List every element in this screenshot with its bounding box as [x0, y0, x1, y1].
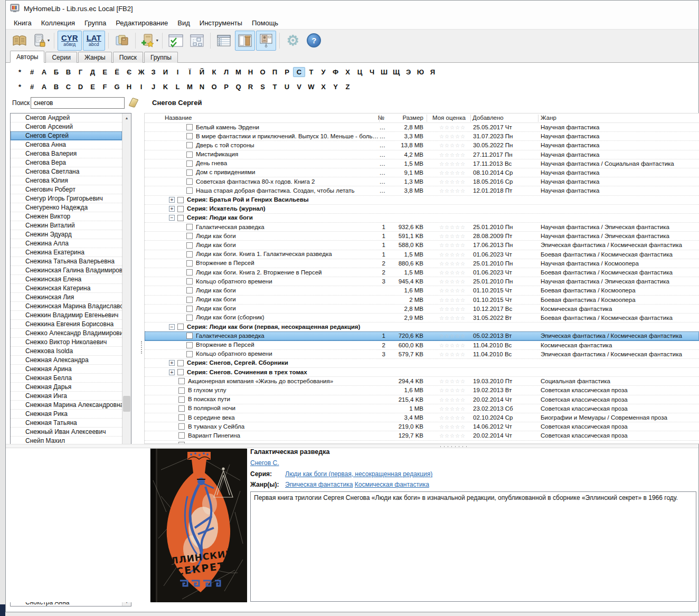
book-row[interactable]: Кольцо обратного времени3945,4 KB☆☆☆☆☆25…: [145, 277, 699, 286]
series-row[interactable]: −Серия: Люди как боги (первая, несокраще…: [145, 323, 699, 331]
series-row[interactable]: +Серия: Братья Рой и Генрих Васильевы: [145, 196, 699, 205]
book-row[interactable]: В середине века3,4 MB☆☆☆☆☆02.10.2024 СрБ…: [145, 413, 699, 422]
book-row[interactable]: Советская фантастика 80-х годов. Книга 2…: [145, 177, 699, 186]
row-checkbox[interactable]: [186, 160, 193, 167]
alphabet-letter[interactable]: Q: [232, 82, 244, 92]
detail-author-link[interactable]: Снегов С.: [250, 459, 279, 467]
dropdown-arrow-icon[interactable]: ▾: [156, 38, 158, 43]
tab-item[interactable]: Группы: [144, 52, 178, 63]
alphabet-letter[interactable]: Э: [402, 67, 414, 77]
book-row[interactable]: Вариант Пинегина129,7 KB☆☆☆☆☆20.02.2014 …: [145, 431, 699, 440]
row-checkbox[interactable]: [177, 369, 184, 375]
rating-stars[interactable]: ☆☆☆☆☆: [432, 314, 473, 323]
vertical-splitter[interactable]: [141, 341, 143, 354]
rating-stars[interactable]: ☆☆☆☆☆: [432, 241, 473, 250]
alphabet-letter[interactable]: V: [293, 82, 305, 92]
row-checkbox[interactable]: [178, 396, 185, 403]
author-row[interactable]: Снежко Александр Владимирович: [11, 329, 122, 338]
row-checkbox[interactable]: [178, 423, 185, 430]
row-checkbox[interactable]: [178, 414, 185, 421]
rating-stars[interactable]: ☆☆☆☆☆: [432, 250, 473, 259]
author-row[interactable]: Снежинская Галина Владимировна: [11, 266, 122, 275]
row-checkbox[interactable]: [186, 242, 193, 249]
table-view-button[interactable]: [214, 31, 234, 51]
series-row[interactable]: +Серия: Снегов, Сергей. Сборники: [145, 359, 699, 368]
author-row[interactable]: Снежная Белла: [11, 374, 122, 383]
book-row[interactable]: Мистификация…4,2 MB☆☆☆☆☆27.11.2017 ПнНау…: [145, 150, 699, 159]
row-checkbox[interactable]: [186, 315, 193, 321]
row-checkbox[interactable]: [178, 378, 185, 384]
row-checkbox[interactable]: [186, 287, 193, 293]
genre-link[interactable]: Эпическая фантастика: [285, 481, 353, 488]
book-row[interactable]: Кольцо обратного времени3579,7 KB☆☆☆☆☆11…: [145, 350, 699, 359]
row-checkbox[interactable]: [178, 387, 185, 394]
book-row[interactable]: Вторжение в Персей2600,0 KB☆☆☆☆☆11.04.20…: [145, 341, 699, 350]
book-row[interactable]: День гнева…1,5 MB☆☆☆☆☆17.11.2013 ВсНаучн…: [145, 159, 699, 168]
column-header-size[interactable]: Размер: [386, 115, 423, 121]
expand-icon[interactable]: +: [169, 360, 175, 366]
book-row[interactable]: Наша старая добрая фантастика. Создан, ч…: [145, 186, 699, 195]
alphabet-letter[interactable]: Д: [87, 67, 99, 77]
rating-stars[interactable]: ☆☆☆☆☆: [432, 159, 473, 168]
expand-icon[interactable]: +: [169, 206, 175, 212]
rating-stars[interactable]: ☆☆☆☆☆: [432, 177, 473, 186]
book-row[interactable]: Люди как боги2,8 MB☆☆☆☆☆10.12.2017 ВсКос…: [145, 305, 699, 314]
menu-item[interactable]: Помощь: [247, 17, 283, 29]
book-row[interactable]: Люди как боги2 MB☆☆☆☆☆01.10.2015 ЧтБоева…: [145, 296, 699, 305]
rating-stars[interactable]: ☆☆☆☆☆: [432, 186, 473, 195]
tab-item[interactable]: Поиск: [113, 52, 143, 63]
menu-item[interactable]: Инструменты: [195, 17, 247, 29]
row-checkbox[interactable]: [186, 187, 193, 194]
row-checkbox[interactable]: [177, 215, 184, 221]
alphabet-letter[interactable]: L: [172, 82, 184, 92]
alphabet-letter[interactable]: К: [208, 67, 220, 77]
author-row[interactable]: Снегур Игорь Григорьевич: [11, 194, 122, 203]
author-row[interactable]: Снежин Эдуард: [11, 230, 122, 239]
alphabet-letter[interactable]: Н: [244, 67, 257, 77]
author-row[interactable]: Снежен Виктор: [11, 212, 122, 221]
alphabet-letter[interactable]: Л: [220, 67, 232, 77]
row-checkbox[interactable]: [186, 151, 193, 158]
expand-icon[interactable]: +: [169, 369, 175, 375]
series-link[interactable]: Люди как боги (первая, несокращенная ред…: [285, 470, 432, 478]
tab-item[interactable]: Серии: [45, 52, 77, 63]
book-row[interactable]: Люди как боги. Книга 1. Галактическая ра…: [145, 250, 699, 259]
alphabet-letter[interactable]: Х: [342, 67, 354, 77]
rating-stars[interactable]: ☆☆☆☆☆: [432, 141, 473, 150]
alphabet-letter[interactable]: I: [135, 82, 147, 92]
alphabet-letter[interactable]: Б: [50, 67, 62, 77]
rating-stars[interactable]: ☆☆☆☆☆: [432, 168, 473, 177]
row-checkbox[interactable]: [186, 124, 193, 130]
book-row[interactable]: Белый камень Эрдени…2,8 MB☆☆☆☆☆25.05.201…: [145, 123, 699, 132]
series-row[interactable]: +Серия: Искатель (журнал): [145, 205, 699, 214]
menu-item[interactable]: Коллекция: [36, 17, 80, 29]
row-checkbox[interactable]: [186, 233, 193, 239]
book-row[interactable]: В мире фантастики и приключений. Выпуск …: [145, 132, 699, 141]
author-row[interactable]: Снежная Татьяна: [11, 419, 122, 428]
column-header-added[interactable]: Добавлено: [473, 115, 504, 121]
alphabet-letter[interactable]: W: [305, 82, 317, 92]
column-header-rating[interactable]: Моя оценка: [432, 115, 466, 121]
author-row[interactable]: Снежкин Владимир Евгеньевич: [11, 311, 122, 320]
alphabet-letter[interactable]: E: [87, 82, 99, 92]
cover-panel-toggle-button[interactable]: [256, 31, 276, 51]
search-input[interactable]: [31, 97, 125, 109]
row-checkbox[interactable]: [177, 360, 184, 366]
alphabet-letter[interactable]: С: [293, 67, 305, 77]
alphabet-letter[interactable]: Ц: [354, 67, 366, 77]
alphabet-letter[interactable]: Т: [305, 67, 317, 77]
alphabet-letter[interactable]: *: [14, 67, 26, 77]
alphabet-letter[interactable]: U: [281, 82, 293, 92]
device-export-button[interactable]: ▾: [31, 31, 51, 51]
author-row[interactable]: Снегович Роберт: [11, 185, 122, 194]
row-checkbox[interactable]: [186, 306, 193, 312]
author-row[interactable]: Снежина Татьяна Валерьевна: [11, 257, 122, 266]
alphabet-letter[interactable]: О: [257, 67, 269, 77]
row-checkbox[interactable]: [186, 178, 193, 185]
book-row[interactable]: Люди как боги. Книга 2. Вторжение в Перс…: [145, 268, 699, 277]
rating-stars[interactable]: ☆☆☆☆☆: [432, 132, 473, 141]
latin-filter-button[interactable]: LAT abcd: [83, 31, 105, 51]
author-row[interactable]: Снежная Арина: [11, 365, 122, 374]
rating-stars[interactable]: ☆☆☆☆☆: [432, 286, 473, 295]
alphabet-letter[interactable]: З: [147, 67, 159, 77]
